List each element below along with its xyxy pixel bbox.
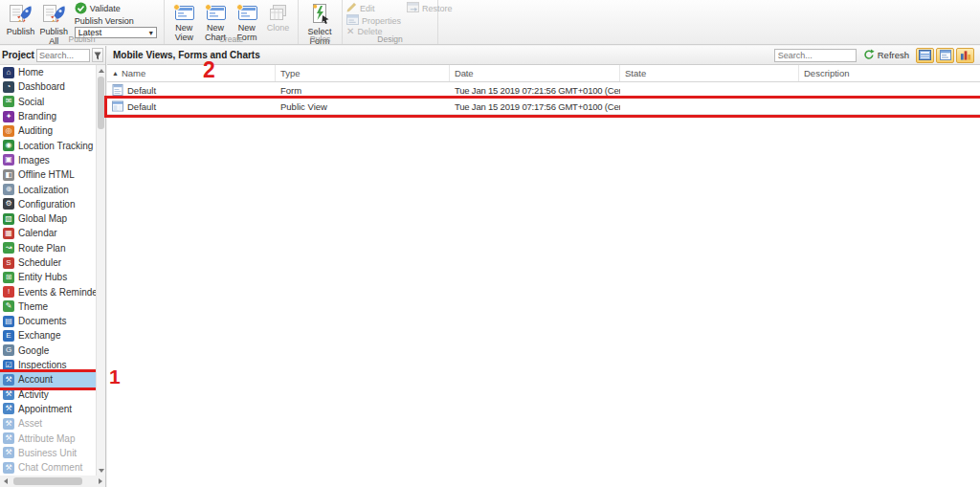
toggle-views-button[interactable] [916,48,934,63]
type-cell: Form [276,82,450,98]
sidebar-item[interactable]: ⚒ Attribute Map [0,431,96,445]
new-view-button[interactable]: New View [168,2,200,33]
sidebar-item-icon: ✦ [3,111,14,122]
sidebar-item-label: Appointment [18,404,72,414]
toolbar-group-publish: Publish Publish All Validate Publish Ver… [0,0,165,44]
scroll-left-icon[interactable] [1,476,10,487]
name-cell: Default [107,82,276,98]
restore-button[interactable]: Restore [407,2,453,14]
sidebar-item-label: Scheduler [18,257,61,268]
main-panel: Mobile Views, Forms and Charts Refresh [107,46,980,487]
sidebar-item[interactable]: E Exchange [0,328,96,343]
refresh-button[interactable]: Refresh [863,49,909,62]
new-form-icon [235,3,258,22]
publish-icon [8,3,33,26]
clone-button[interactable]: Clone [262,2,294,33]
sidebar-item[interactable]: ⌂ Home [0,65,96,79]
sidebar-item-icon: ☑ [3,360,14,371]
sidebar-item[interactable]: ✉ Social [0,95,96,109]
publish-version-label: Publish Version [75,16,160,26]
sidebar-item-label: Attribute Map [18,433,75,444]
scroll-down-icon[interactable] [97,465,106,476]
sidebar-horizontal-scrollbar[interactable] [0,476,105,487]
sidebar-item-label: Configuration [18,199,75,210]
sidebar-item-label: Theme [18,301,48,312]
sidebar-item-icon: ⚒ [3,432,14,444]
toggle-forms-button[interactable] [936,48,954,63]
sidebar-item[interactable]: ◧ Offline HTML [0,167,96,182]
sidebar-item[interactable]: ✎ Theme [0,299,96,314]
project-filter-button[interactable] [92,48,103,62]
edit-icon [346,2,357,14]
publish-button[interactable]: Publish [4,2,37,33]
views-search-input[interactable] [774,49,857,62]
type-filter-toggles [916,48,974,63]
sidebar-item[interactable]: ⊞ Entity Hubs [0,270,96,284]
refresh-icon [863,49,875,62]
sidebar-item[interactable]: ◉ Location Tracking [0,138,96,152]
type-cell: Public View [276,99,450,114]
sidebar-item[interactable]: ✦ Branding [0,109,96,123]
main-panel-header: Mobile Views, Forms and Charts Refresh [107,46,980,65]
sidebar-item-icon: ⚒ [3,388,14,400]
row-date-label: Tue Jan 15 2019 07:21:56 GMT+0100 (Centr… [455,85,620,96]
sidebar-item-icon: ◎ [3,125,14,137]
edit-button[interactable]: Edit [346,2,401,14]
sidebar-item-icon: S [3,257,14,269]
project-search-input[interactable] [36,49,90,62]
sidebar-item[interactable]: ⊕ Localization [0,182,96,196]
select-form-button[interactable]: Select Form [302,2,337,33]
sidebar-item[interactable]: ▤ Documents [0,314,96,328]
table-row-selected[interactable]: Default Public View Tue Jan 15 2019 07:1… [107,99,980,115]
sidebar-item-icon: ⚒ [3,447,14,458]
scroll-up-icon[interactable] [97,65,106,76]
sidebar-item-label: Images [18,155,50,166]
sidebar-item[interactable]: ▦ Calendar [0,226,96,240]
scroll-right-icon[interactable] [96,476,104,487]
sidebar-item[interactable]: ▣ Images [0,153,96,167]
column-header-type[interactable]: Type [276,65,450,81]
horizontal-scroll-track[interactable] [10,476,96,487]
sidebar-item-icon: ⚙ [3,198,14,210]
sidebar-item[interactable]: G Google [0,343,96,358]
sidebar-item-icon: ⚒ [3,403,14,414]
toolbar-empty-space [438,0,980,44]
sidebar-item[interactable]: ⚒ Business Unit [0,446,96,460]
publish-all-button[interactable]: Publish All [37,2,71,33]
sidebar-item[interactable]: ⚒ Appointment [0,402,96,416]
sidebar-item[interactable]: ◎ Auditing [0,123,96,138]
properties-button[interactable]: Properties [346,14,401,27]
sidebar-item[interactable]: ☑ Inspections [0,358,96,372]
sidebar-item-label: Dashboard [18,81,65,92]
new-chart-button[interactable]: New Chart [200,2,232,33]
column-header-name[interactable]: ▲ Name [107,65,276,81]
table-row[interactable]: Default Form Tue Jan 15 2019 07:21:56 GM… [107,82,980,99]
sidebar-item[interactable]: ⚒ Activity [0,387,96,402]
validate-button[interactable]: Validate [75,2,160,14]
ribbon-toolbar: Publish Publish All Validate Publish Ver… [0,0,980,45]
sidebar-item[interactable]: ⚒ Chat Comment [0,460,96,475]
sidebar-item-icon: ⊕ [3,184,14,195]
new-view-icon [172,3,195,22]
table-header-row: ▲ Name Type Date State Description [107,65,980,82]
sidebar-item[interactable]: S Scheduler [0,255,96,270]
horizontal-scroll-thumb[interactable] [13,477,82,485]
new-form-button[interactable]: New Form [232,2,263,33]
toggle-charts-button[interactable] [956,48,974,63]
column-header-description[interactable]: Description [799,65,980,81]
design-group-label: Design [343,34,437,44]
sidebar-item-label: Offline HTML [18,169,75,180]
sidebar-item-icon: ⊞ [3,272,14,283]
column-header-date[interactable]: Date [450,65,620,81]
sidebar-item[interactable]: ↝ Route Plan [0,241,96,255]
vertical-scroll-thumb[interactable] [98,77,104,129]
column-header-state[interactable]: State [620,65,799,81]
date-cell: Tue Jan 15 2019 07:17:56 GMT+0100 (Centr… [450,99,620,114]
sidebar-item[interactable]: ⚙ Configuration [0,197,96,211]
sidebar-item[interactable]: ▧ Global Map [0,211,96,226]
sidebar-item[interactable]: ⚒ Asset [0,416,96,431]
sidebar-vertical-scrollbar[interactable] [96,65,105,476]
sidebar-item[interactable]: ! Events & Reminders [0,284,96,299]
sidebar-item[interactable]: ◔ Dashboard [0,79,96,94]
sidebar-item[interactable]: ⚒ Account [0,372,96,387]
